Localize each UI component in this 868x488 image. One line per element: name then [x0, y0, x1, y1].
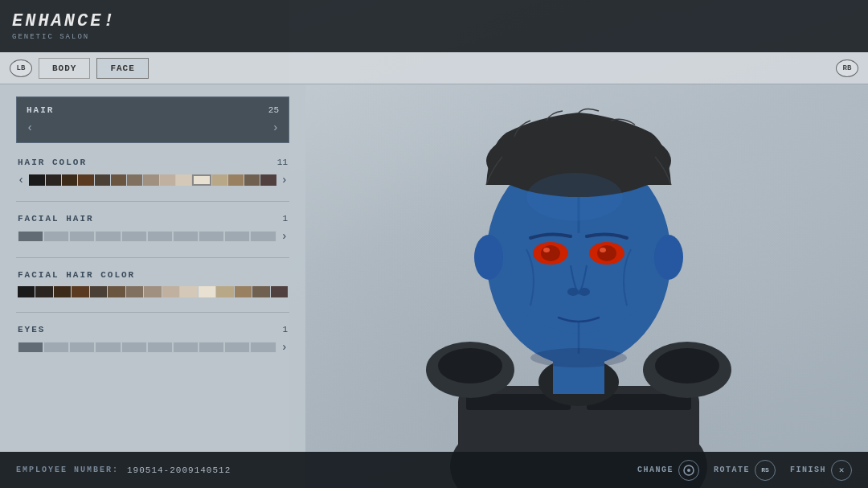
color-swatch-6: [111, 174, 126, 186]
color-swatch-13: [228, 174, 244, 186]
employee-number: 190514-2009140512: [127, 465, 231, 475]
fhc-swatch-13: [235, 286, 252, 297]
fhc-swatch-12: [216, 286, 233, 297]
color-swatch-5: [95, 174, 110, 186]
svg-point-7: [438, 348, 502, 383]
facial-hair-item-9: [225, 232, 249, 241]
tab-body[interactable]: BODY: [39, 58, 90, 79]
fhc-swatch-14: [252, 286, 269, 297]
change-action[interactable]: CHANGE: [637, 460, 699, 481]
eyes-item-3: [70, 342, 94, 352]
finish-label: FINISH: [790, 465, 826, 474]
color-swatch-12: [212, 174, 227, 186]
eyes-label: EYES: [18, 325, 45, 334]
gamepad-icon: [683, 465, 694, 476]
facial-hair-item-5: [122, 232, 146, 241]
facial-hair-item-1: [18, 232, 43, 241]
color-swatch-15: [260, 174, 276, 186]
rotate-action[interactable]: ROTATE RS: [714, 460, 776, 481]
hair-section: HAIR 25 ‹ ›: [16, 96, 289, 143]
fhc-swatch-9: [162, 286, 179, 297]
facial-hair-label: FACIAL HAIR: [18, 214, 94, 223]
nav-lb-button[interactable]: LB: [10, 59, 32, 77]
facial-hair-item-3: [70, 232, 94, 241]
color-swatch-8: [143, 174, 158, 186]
fhc-swatch-4: [72, 286, 88, 297]
eyes-value: 1: [282, 325, 288, 334]
eyes-track[interactable]: [18, 342, 276, 353]
svg-point-18: [600, 248, 606, 252]
facial-hair-color-track[interactable]: [18, 286, 288, 297]
eyes-item-8: [199, 342, 223, 352]
eyes-item-6: [148, 342, 172, 352]
fhc-swatch-8: [144, 286, 161, 297]
svg-point-19: [567, 288, 579, 296]
svg-point-15: [541, 245, 560, 261]
color-swatch-11: [192, 174, 211, 186]
status-bar: EMPLOYEE NUMBER: 190514-2009140512 CHANG…: [0, 452, 868, 488]
color-swatch-1: [29, 174, 44, 186]
facial-hair-track[interactable]: [18, 231, 276, 242]
finish-action[interactable]: FINISH ✕: [790, 460, 852, 481]
nav-rb-button[interactable]: RB: [836, 59, 858, 77]
action-buttons: CHANGE ROTATE RS FINISH ✕: [637, 460, 852, 481]
svg-point-8: [655, 348, 719, 383]
rotate-label: ROTATE: [714, 465, 750, 474]
hair-value: 25: [268, 105, 279, 115]
fhc-swatch-2: [35, 286, 52, 297]
hair-color-value: 11: [277, 158, 288, 167]
facial-hair-section: FACIAL HAIR 1 ›: [16, 214, 289, 243]
divider-1: [16, 201, 289, 202]
facial-hair-value: 1: [282, 214, 288, 223]
fhc-swatch-5: [90, 286, 107, 297]
facial-hair-next-button[interactable]: ›: [281, 230, 288, 243]
color-swatch-14: [244, 174, 260, 186]
facial-hair-color-section: FACIAL HAIR COLOR: [16, 270, 289, 297]
facial-hair-color-label: FACIAL HAIR COLOR: [18, 270, 135, 280]
hair-color-label: HAIR COLOR: [18, 158, 87, 167]
finish-btn-icon: ✕: [839, 465, 845, 475]
color-swatch-10: [176, 174, 191, 186]
eyes-item-2: [44, 342, 68, 352]
hair-color-prev-button[interactable]: ‹: [18, 174, 24, 187]
hair-color-track[interactable]: [29, 174, 276, 186]
rotate-button[interactable]: RS: [755, 460, 776, 481]
employee-info: EMPLOYEE NUMBER: 190514-2009140512: [16, 465, 231, 475]
eyes-item-10: [251, 342, 275, 352]
svg-point-20: [579, 288, 590, 296]
content-area: HAIR 25 ‹ › HAIR COLOR 11 ‹: [0, 84, 305, 380]
divider-3: [16, 312, 289, 313]
finish-button[interactable]: ✕: [831, 460, 852, 481]
facial-hair-item-7: [174, 232, 198, 241]
facial-hair-item-8: [199, 232, 223, 241]
svg-point-17: [543, 248, 550, 252]
svg-point-22: [474, 235, 503, 280]
hair-next-button[interactable]: ›: [272, 121, 279, 134]
eyes-section: EYES 1 ›: [16, 325, 289, 354]
fhc-swatch-1: [18, 286, 35, 297]
eyes-item-4: [96, 342, 120, 352]
hair-prev-button[interactable]: ‹: [27, 121, 33, 134]
color-swatch-3: [62, 174, 77, 186]
app-subtitle: GENETIC SALON: [12, 33, 856, 41]
eyes-item-7: [174, 342, 198, 352]
svg-point-24: [526, 173, 623, 221]
hair-color-next-button[interactable]: ›: [281, 174, 288, 187]
facial-hair-item-6: [148, 232, 172, 241]
svg-point-23: [654, 235, 683, 280]
eyes-item-9: [225, 342, 249, 352]
eyes-next-button[interactable]: ›: [281, 341, 288, 354]
fhc-swatch-3: [54, 286, 71, 297]
header-bar: ENHANCE! GENETIC SALON: [0, 0, 868, 52]
app-title: ENHANCE!: [12, 11, 856, 31]
fhc-swatch-6: [108, 286, 125, 297]
nav-bar: LB BODY FACE RB: [0, 52, 868, 84]
facial-hair-item-4: [96, 232, 120, 241]
tab-face[interactable]: FACE: [96, 58, 148, 79]
employee-label: EMPLOYEE NUMBER:: [16, 465, 119, 474]
eyes-item-1: [18, 342, 43, 352]
svg-point-25: [530, 348, 627, 367]
change-button[interactable]: [678, 460, 699, 481]
change-label: CHANGE: [637, 465, 674, 474]
hair-label: HAIR: [27, 105, 54, 115]
